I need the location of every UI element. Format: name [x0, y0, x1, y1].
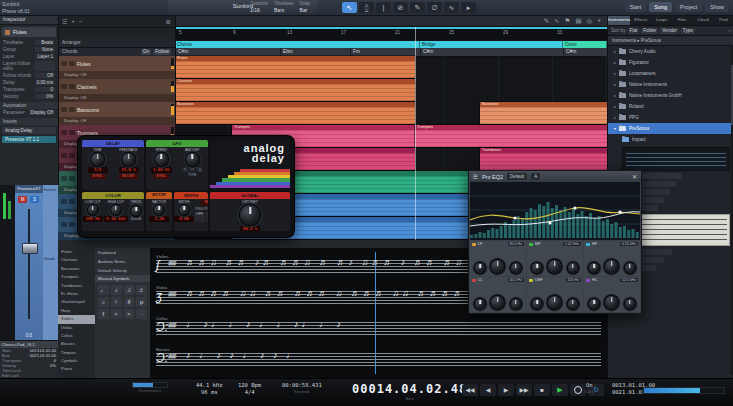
clip-bassoons[interactable]: Bassoons: [480, 102, 607, 124]
pingpong-mode-sum[interactable]: SUM: [206, 212, 208, 222]
delay-sync-button[interactable]: SYNC: [90, 174, 106, 180]
track-solo-button[interactable]: [69, 176, 75, 181]
browser-tab-instruments[interactable]: Instruments: [608, 15, 630, 25]
track-mute-button[interactable]: [61, 222, 67, 227]
track-solo-button[interactable]: [69, 107, 75, 112]
band-q-knob[interactable]: [625, 299, 635, 309]
wave-icon[interactable]: ∿: [554, 17, 559, 25]
browser-folder[interactable]: ▸Native Instruments: [608, 79, 733, 90]
chord-event[interactable]: C#m: [175, 48, 190, 56]
browser-breadcrumb[interactable]: Instruments ▸ PreSonus: [608, 36, 733, 46]
eq-graph[interactable]: [470, 182, 640, 240]
chords-follow-button[interactable]: Follow: [153, 49, 171, 55]
track-solo-button[interactable]: [69, 84, 75, 89]
track-header-flutes[interactable]: FlutesDisplay: Off: [58, 56, 175, 80]
browser-folder[interactable]: ▸Cherry Audio: [608, 46, 733, 57]
band-gain-knob[interactable]: [589, 299, 599, 309]
inspector-row[interactable]: GroupNone: [0, 46, 58, 53]
score-track-trombones[interactable]: Trombones: [58, 282, 95, 290]
chord-event[interactable]: C#m: [563, 48, 578, 56]
symbol-button[interactable]: ♯: [124, 297, 135, 307]
eraser-tool-icon[interactable]: ⊘: [393, 2, 408, 13]
lfo-amount-knob[interactable]: [186, 153, 199, 166]
instrument-slot[interactable]: Presence XT 1.1: [2, 136, 56, 143]
color-drive-knob[interactable]: [131, 206, 141, 216]
track-mute-button[interactable]: [61, 199, 67, 204]
quantize-field[interactable]: Quantize1/16: [250, 1, 268, 13]
keyboard-row[interactable]: Keyboard: [95, 248, 150, 257]
track-solo-button[interactable]: [69, 130, 75, 135]
pro-eq-preset[interactable]: Default: [507, 173, 527, 180]
symbol-button[interactable]: ♫: [124, 285, 135, 295]
step-back-button[interactable]: ◀: [480, 384, 496, 396]
fader-value[interactable]: 0.0: [15, 333, 43, 338]
marker-chorus[interactable]: Chorus: [175, 41, 420, 48]
record-button[interactable]: [570, 384, 586, 396]
symbol-button[interactable]: ♬: [136, 285, 147, 295]
score-track-clarinets[interactable]: Clarinets: [58, 256, 95, 264]
insert-slot-analog-delay[interactable]: Analog Delay: [2, 127, 56, 134]
chord-event[interactable]: Ebm: [280, 48, 295, 56]
forward-button[interactable]: ▶▶: [516, 384, 532, 396]
stop-button[interactable]: ■: [534, 384, 550, 396]
browser-tab-cloud[interactable]: Cloud: [693, 15, 714, 25]
symbol-button[interactable]: p: [136, 297, 147, 307]
preset-thumbnail[interactable]: [622, 147, 730, 171]
browser-folder[interactable]: ▸Native Instruments GmbH: [608, 90, 733, 101]
clip-flutes[interactable]: Flutes: [175, 56, 415, 78]
draw-icon[interactable]: ✎: [544, 17, 549, 25]
chord-event[interactable]: Fm: [350, 48, 362, 56]
score-track-basses[interactable]: Basses: [58, 340, 95, 348]
automation-parameter-row[interactable]: Parameter Display Off: [0, 109, 58, 116]
track-solo-button[interactable]: [69, 153, 75, 158]
bend-tool-icon[interactable]: ∿: [444, 2, 459, 13]
score-track-cymbals[interactable]: Cymbals: [58, 357, 95, 365]
automation-display-selector[interactable]: Display: Off: [58, 71, 175, 79]
score-track-cellos[interactable]: Cellos: [58, 332, 95, 340]
inspector-row[interactable]: Layers follow edits: [0, 60, 58, 72]
page-button-project[interactable]: Project: [675, 2, 702, 12]
score-track-harp[interactable]: Harp: [58, 307, 95, 315]
color-thick-switch[interactable]: THICK: [129, 200, 143, 205]
track-mute-button[interactable]: [61, 84, 67, 89]
track-solo-button[interactable]: [69, 199, 75, 204]
zoom-add-icon[interactable]: +: [597, 17, 601, 24]
seconds-display[interactable]: 00:00:58.431 Seconds: [282, 382, 322, 394]
track-settings-icon[interactable]: ⚙: [166, 18, 171, 25]
range-tool-icon[interactable]: ⧲: [359, 2, 374, 13]
play-button[interactable]: ▶: [552, 384, 568, 396]
score-track-glockenspiel[interactable]: Glockenspiel: [58, 298, 95, 306]
browser-folder[interactable]: ▸PPG: [608, 112, 733, 123]
inspector-header[interactable]: Inspector: [0, 15, 58, 25]
inspector-row[interactable]: LayerLayer 1: [0, 53, 58, 60]
main-time-display[interactable]: 00014.04.02.48 Bars: [352, 382, 467, 401]
symbol-button[interactable]: ♮: [111, 297, 122, 307]
song-tab-subtitle[interactable]: Phase v8.01: [2, 8, 112, 15]
band-q-knob[interactable]: [625, 263, 635, 273]
audition-notes-row[interactable]: Audition Notes: [95, 257, 150, 266]
pro-eq-ab-button[interactable]: A: [531, 173, 540, 180]
width-swap-button[interactable]: SWAP: [201, 200, 208, 206]
band-enable-led[interactable]: [586, 279, 590, 282]
sends-label[interactable]: Sends: [43, 254, 58, 263]
band-q-knob[interactable]: [568, 299, 578, 309]
channel-name[interactable]: PresenceXT: [15, 185, 43, 193]
band-freq-knob[interactable]: [491, 260, 504, 273]
page-button-song[interactable]: Song: [649, 2, 672, 12]
track-header-clarinets[interactable]: ClarinetsDisplay: Off: [58, 79, 175, 103]
browser-tab-files[interactable]: Files: [672, 15, 693, 25]
browser-search-icon[interactable]: ⌕: [728, 28, 731, 33]
track-mute-button[interactable]: [61, 176, 67, 181]
browser-child-item[interactable]: Impact: [608, 134, 733, 145]
event-name[interactable]: Chorus-Pad_#6.1: [0, 341, 58, 348]
symbol-button[interactable]: ♩: [98, 285, 109, 295]
arranger-lane-header[interactable]: Arranger: [58, 39, 175, 48]
browser-folder[interactable]: ▸Loopmasters: [608, 68, 733, 79]
track-header-bassoons[interactable]: BassoonsDisplay: Off: [58, 102, 175, 126]
automation-display-selector[interactable]: Display: Off: [58, 94, 175, 102]
band-gain-knob[interactable]: [475, 299, 485, 309]
band-enable-led[interactable]: [529, 279, 533, 282]
lfo-type-button[interactable]: △: [196, 167, 203, 172]
lfo-speed-knob[interactable]: [155, 153, 168, 166]
band-freq-knob[interactable]: [548, 296, 561, 309]
